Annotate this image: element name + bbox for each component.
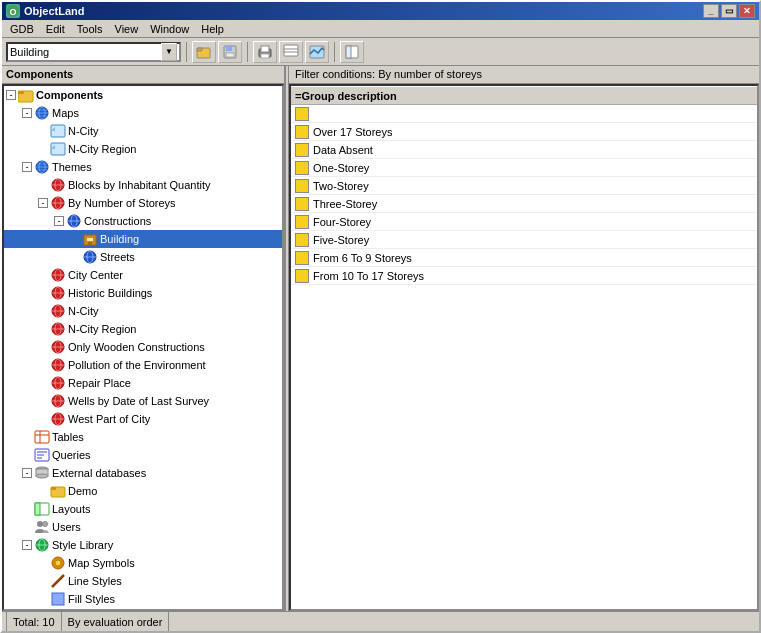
menu-edit[interactable]: Edit bbox=[40, 22, 71, 36]
tree-node[interactable]: Only Wooden Constructions bbox=[4, 338, 282, 356]
tree-node-label: N-City Region bbox=[68, 321, 136, 337]
tree-node[interactable]: Building bbox=[4, 230, 282, 248]
menu-window[interactable]: Window bbox=[144, 22, 195, 36]
tree-node[interactable]: Layouts bbox=[4, 500, 282, 518]
left-panel: Components - Components - Maps N-City N-… bbox=[2, 66, 285, 611]
condition-label: Five-Storey bbox=[313, 234, 369, 246]
tree-node[interactable]: N-City Region bbox=[4, 140, 282, 158]
tree-node-label: Layouts bbox=[52, 501, 91, 517]
menu-help[interactable]: Help bbox=[195, 22, 230, 36]
tree-node[interactable]: Demo bbox=[4, 482, 282, 500]
tree-expand-btn[interactable]: - bbox=[38, 198, 48, 208]
menu-view[interactable]: View bbox=[109, 22, 145, 36]
tree-node-label: Wells by Date of Last Survey bbox=[68, 393, 209, 409]
condition-row[interactable]: Three-Storey bbox=[291, 195, 757, 213]
theme-blue-icon bbox=[82, 249, 98, 265]
svg-rect-9 bbox=[261, 54, 269, 58]
condition-color-swatch bbox=[295, 251, 309, 265]
tree-expand-btn[interactable]: - bbox=[22, 108, 32, 118]
tree-node[interactable]: Historic Buildings bbox=[4, 284, 282, 302]
tree-node[interactable]: Blocks by Inhabitant Quantity bbox=[4, 176, 282, 194]
tree-node-label: Historic Buildings bbox=[68, 285, 152, 301]
tree-node[interactable]: Wells by Date of Last Survey bbox=[4, 392, 282, 410]
app-icon: O bbox=[6, 4, 20, 18]
tree-node[interactable]: Tables bbox=[4, 428, 282, 446]
tree-area[interactable]: - Components - Maps N-City N-City Region… bbox=[2, 84, 284, 611]
condition-row[interactable]: From 10 To 17 Storeys bbox=[291, 267, 757, 285]
tree-node[interactable]: - Components bbox=[4, 86, 282, 104]
tree-node[interactable]: Fill Styles bbox=[4, 590, 282, 608]
condition-row[interactable]: Data Absent bbox=[291, 141, 757, 159]
tree-node[interactable]: Line Styles bbox=[4, 572, 282, 590]
tree-node[interactable]: - By Number of Storeys bbox=[4, 194, 282, 212]
query-icon bbox=[34, 447, 50, 463]
condition-row[interactable]: One-Storey bbox=[291, 159, 757, 177]
condition-row[interactable]: From 6 To 9 Storeys bbox=[291, 249, 757, 267]
tree-node[interactable]: City Center bbox=[4, 266, 282, 284]
tree-expand-btn[interactable]: - bbox=[22, 540, 32, 550]
tree-node-label: Style Library bbox=[52, 537, 113, 553]
condition-row[interactable]: Four-Storey bbox=[291, 213, 757, 231]
tree-node[interactable]: Queries bbox=[4, 446, 282, 464]
theme-red-icon bbox=[50, 303, 66, 319]
print-button[interactable] bbox=[253, 41, 277, 63]
tree-node[interactable]: West Part of City bbox=[4, 410, 282, 428]
building-combobox[interactable]: Building ▼ bbox=[6, 42, 181, 62]
tree-node[interactable]: Users bbox=[4, 518, 282, 536]
zoom-button[interactable] bbox=[279, 41, 303, 63]
layout-button[interactable] bbox=[340, 41, 364, 63]
tree-expand-btn[interactable]: - bbox=[22, 468, 32, 478]
status-order: By evaluation order bbox=[62, 612, 170, 631]
theme-red-icon bbox=[50, 393, 66, 409]
minimize-button[interactable]: _ bbox=[703, 4, 719, 18]
tree-node[interactable]: N-City Region bbox=[4, 320, 282, 338]
tree-node[interactable]: Pollution of the Environment bbox=[4, 356, 282, 374]
tree-node[interactable]: - Style Library bbox=[4, 536, 282, 554]
tree-node[interactable]: - External databases bbox=[4, 464, 282, 482]
condition-row[interactable]: Over 17 Storeys bbox=[291, 123, 757, 141]
maximize-button[interactable]: ▭ bbox=[721, 4, 737, 18]
right-panel: Filter conditions: By number of storeys … bbox=[289, 66, 759, 611]
svg-point-95 bbox=[55, 560, 61, 566]
tree-node[interactable]: - Themes bbox=[4, 158, 282, 176]
tree-expand-btn[interactable]: - bbox=[54, 216, 64, 226]
status-bar: Total: 10 By evaluation order bbox=[2, 611, 759, 631]
close-button[interactable]: ✕ bbox=[739, 4, 755, 18]
theme-red-icon bbox=[50, 195, 66, 211]
save-button[interactable] bbox=[218, 41, 242, 63]
condition-row[interactable]: Two-Storey bbox=[291, 177, 757, 195]
map-button[interactable] bbox=[305, 41, 329, 63]
condition-label: Three-Storey bbox=[313, 198, 377, 210]
condition-label: Over 17 Storeys bbox=[313, 126, 392, 138]
tree-expand-btn[interactable]: - bbox=[6, 90, 16, 100]
svg-rect-6 bbox=[226, 53, 234, 57]
tree-node[interactable]: Map Symbols bbox=[4, 554, 282, 572]
condition-row[interactable]: Five-Storey bbox=[291, 231, 757, 249]
tree-expand-btn[interactable]: - bbox=[22, 162, 32, 172]
condition-row[interactable] bbox=[291, 105, 757, 123]
tree-node-label: Line Styles bbox=[68, 573, 122, 589]
globe-icon bbox=[34, 105, 50, 121]
tree-node-label: Demo bbox=[68, 483, 97, 499]
condition-label: From 6 To 9 Storeys bbox=[313, 252, 412, 264]
menu-gdb[interactable]: GDB bbox=[4, 22, 40, 36]
tree-node[interactable]: Repair Place bbox=[4, 374, 282, 392]
layout-icon bbox=[34, 501, 50, 517]
conditions-list: =Group description Over 17 Storeys Data … bbox=[289, 84, 759, 611]
tree-node[interactable]: N-City bbox=[4, 302, 282, 320]
open-folder-button[interactable] bbox=[192, 41, 216, 63]
menu-tools[interactable]: Tools bbox=[71, 22, 109, 36]
left-panel-header: Components bbox=[2, 66, 284, 84]
tree-node[interactable]: N-City bbox=[4, 122, 282, 140]
building-icon bbox=[82, 231, 98, 247]
tree-node[interactable]: - Constructions bbox=[4, 212, 282, 230]
theme-red-icon bbox=[50, 375, 66, 391]
combo-dropdown-arrow[interactable]: ▼ bbox=[161, 43, 177, 61]
tree-node[interactable]: Streets bbox=[4, 248, 282, 266]
tree-node-label: Streets bbox=[100, 249, 135, 265]
combo-value: Building bbox=[10, 46, 49, 58]
window-title: ObjectLand bbox=[24, 5, 85, 17]
users-icon bbox=[34, 519, 50, 535]
tree-node[interactable]: - Maps bbox=[4, 104, 282, 122]
menu-bar: GDB Edit Tools View Window Help bbox=[2, 20, 759, 38]
